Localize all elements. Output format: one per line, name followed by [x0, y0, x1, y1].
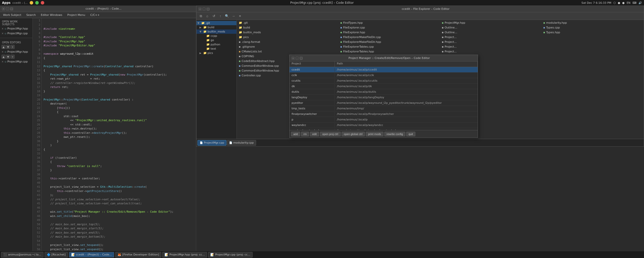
taskbar-firefox[interactable]: 🦊 [Firefox Developer Edition] — [115, 252, 162, 257]
ed-item-1[interactable]: × ▫ ProjectMgr.hpp — [0, 49, 32, 54]
win-minimize[interactable]: – — [30, 1, 33, 5]
tree-item-ccpp[interactable]: 📁 ccpp — [196, 34, 236, 38]
ed-nav-up-2[interactable]: ▲ — [2, 55, 6, 59]
menu-project-menu[interactable]: Project Menu — [66, 13, 86, 17]
file-types-cpp[interactable]: ▪Types.cpp — [542, 25, 643, 30]
menu-work-subject[interactable]: Work Subject — [2, 13, 22, 17]
pm-btn-rewrite-config[interactable]: rewrite config — [384, 132, 405, 136]
fe-btn-refresh[interactable]: ↺ — [211, 13, 217, 19]
fe-btn-search[interactable]: 🔍 — [224, 13, 230, 19]
file-clang[interactable]: ▪.clang-format — [237, 40, 339, 44]
fe-win-close[interactable]: × — [198, 8, 202, 11]
pm-row-wayland-proto[interactable]: wayland_proto_docker /home/animus/.local… — [290, 128, 478, 130]
left-win-close[interactable]: × — [2, 7, 5, 10]
pm-btn-edit[interactable]: edit — [310, 132, 319, 136]
ed-close-1[interactable]: × — [2, 50, 4, 53]
file-builtin-mods[interactable]: 📁builtin_mods — [237, 30, 339, 35]
file-proj2[interactable]: ▪Project... — [440, 40, 542, 44]
pm-row-langdeploy[interactable]: langDeploy /home/animus/.local/p/langDep… — [290, 95, 478, 100]
file-build[interactable]: 📁build — [237, 25, 339, 30]
file-modularity[interactable]: ▪modularity.hpp — [542, 20, 643, 25]
menu-cpp[interactable]: C/C++ — [89, 13, 101, 17]
taskbar-pmhpp[interactable]: 📝 ProjectMgr.hpp (proj: cc... — [162, 252, 207, 257]
file-proj1[interactable]: ▪Project... — [440, 35, 542, 40]
ed-nav-down-2[interactable]: ▼ — [6, 55, 10, 59]
pm-row-ccutils[interactable]: ccutils /home/animus/.local/p/ccutils — [290, 78, 478, 84]
left-win-maximize[interactable]: □ — [10, 7, 13, 10]
tree-item-git[interactable]: ▼ 📁 .git — [196, 21, 236, 25]
file-git[interactable]: 📁.git — [237, 20, 339, 25]
pm-row-dk[interactable]: dk /home/animus/.local/p/dk — [290, 84, 478, 89]
pm-row-tmp[interactable]: tmp_tests /home/animus/tmp/ — [290, 106, 478, 111]
file-proj4[interactable]: ▪Project... — [440, 49, 542, 54]
menu-editor-windows[interactable]: Editor Windows — [40, 13, 63, 17]
tree-item-python[interactable]: 📁 python — [196, 42, 236, 47]
ed-item-2[interactable]: × ▫ ProjectMgr.cpp — [0, 59, 32, 64]
menu-search[interactable]: Search — [25, 13, 37, 17]
ed-close-2[interactable]: × — [2, 60, 4, 63]
tree-item-builtin[interactable]: ▼ 📁 builtin_mods — [196, 29, 236, 34]
pm-row-waylandcc[interactable]: waylandcc /home/animus/.local/p/waylandc… — [290, 122, 478, 128]
pm-btn-add[interactable]: add — [291, 132, 300, 136]
pm-btn-print-mods[interactable]: print mods — [366, 132, 383, 136]
pm-btn-open-global-ctrl[interactable]: open global ctrl — [342, 132, 365, 136]
pm-row-dutils[interactable]: dutils /home/animus/.local/p/dutils — [290, 89, 478, 95]
file-femfd-cpp[interactable]: ▪FileExplorerMakeFileDir.cpp — [339, 35, 440, 40]
file-fet-cpp[interactable]: ▪FileExplorerTables.cpp — [339, 44, 440, 49]
pm-win-close[interactable]: × — [292, 57, 295, 60]
fe-btn-up[interactable]: ↑ — [218, 13, 223, 19]
code-editor[interactable]: 12345 678910 1112131415 1617181920 21222… — [33, 18, 196, 258]
file-outline1[interactable]: ▪Outline... — [440, 25, 542, 30]
file-fileexplorer-cpp[interactable]: ▪FileExplorer.cpp — [339, 25, 440, 30]
win-maximize[interactable]: □ — [35, 1, 39, 5]
ed-nav-down-1[interactable]: ▼ — [6, 45, 10, 49]
tree-item-text[interactable]: 📁 text — [196, 47, 236, 51]
file-outline2[interactable]: ▪Outline... — [440, 30, 542, 35]
ws-item-2[interactable]: × ▫ ProjectMgr.cpp — [0, 31, 32, 36]
file-cmake[interactable]: ▪CMakeLists.txt — [237, 49, 339, 54]
file-gitignore[interactable]: ▪.gitignore — [237, 44, 339, 49]
ws-item-1[interactable]: × ▫ ProjectMgr.hpp — [0, 26, 32, 31]
file-fileexplorer-hpp[interactable]: ▪FileExplorer.hpp — [339, 30, 440, 35]
code-text[interactable]: #include <iostream> #include "Controller… — [42, 18, 196, 258]
file-types-hpp[interactable]: ▪Types.hpp — [542, 30, 643, 35]
ed-nav-up-1[interactable]: ▲ — [2, 45, 6, 49]
ws-close-1[interactable]: × — [2, 27, 4, 30]
taskbar-terminal[interactable]: ⬛ animus@animus:~/.lo... — [1, 252, 44, 257]
ws-close-2[interactable]: × — [2, 32, 4, 35]
tree-item-go[interactable]: 📁 go — [196, 38, 236, 42]
fe-btn-settings[interactable]: ≡ — [237, 13, 243, 19]
win-close-left[interactable]: × — [41, 1, 44, 5]
pm-row-cclk[interactable]: cclk /home/animus/.local/p/cclk — [290, 73, 478, 78]
apps-button[interactable]: Apps — [2, 1, 11, 5]
taskbar-pmcpp[interactable]: 📝 ProjectMgr.cpp (proj: cc... — [208, 252, 253, 257]
fe-btn-home[interactable]: ⌂ — [205, 13, 210, 19]
tab-projectmgr-cpp[interactable]: 📄 ProjectMgr.cpp — [197, 140, 226, 146]
pm-btn-quit[interactable]: quit — [406, 132, 415, 136]
pm-row-pyeditor[interactable]: pyeditor /home/animus/.local/p/wayround_… — [290, 100, 478, 106]
taskbar-ricochet[interactable]: 🔷 [Ricochet] — [45, 252, 68, 257]
file-findtypes[interactable]: ▪FindTypes.hpp — [339, 20, 440, 25]
tree-item-build[interactable]: ▶ 📁 build — [196, 25, 236, 29]
pm-btn-rm[interactable]: rm — [301, 132, 309, 136]
pm-row-finalproxy[interactable]: finalproxyswitcher /home/animus/.local/p… — [290, 111, 478, 117]
file-projectmgr-hpp[interactable]: ▪ProjectMgr.hpp — [440, 20, 542, 25]
fe-btn-copy[interactable]: ⧉ — [198, 13, 204, 19]
file-proj3[interactable]: ▪Project... — [440, 44, 542, 49]
pm-row-p[interactable]: p /home/animus/.local/p — [290, 117, 478, 122]
tree-item-pics[interactable]: ▶ 📁 pics — [196, 51, 236, 55]
ed-nav-add-2[interactable]: + — [11, 55, 15, 59]
file-femfd-hpp[interactable]: ▪FileExplorerMakeFileDir.hpp — [339, 40, 440, 44]
tab-modularity-cpp[interactable]: 📄 modularity.cpp — [227, 140, 256, 146]
pm-win-minimize[interactable]: – — [296, 57, 299, 60]
file-pics[interactable]: 📁pics — [237, 35, 339, 40]
left-win-minimize[interactable]: – — [6, 7, 9, 10]
pm-btn-open-proj-ctrl[interactable]: open proj ctrl — [320, 132, 341, 136]
fe-win-maximize[interactable]: □ — [207, 8, 210, 11]
fe-btn-next[interactable]: → — [231, 13, 236, 19]
fe-win-minimize[interactable]: – — [203, 8, 206, 11]
taskbar-ccedit[interactable]: 📝 ccedit – (Project) – Code... — [69, 252, 114, 257]
pm-row-ccedit[interactable]: ccedit /home/animus/.local/p/ccedit — [290, 67, 478, 73]
ed-nav-add-1[interactable]: + — [11, 45, 15, 49]
pm-win-maximize[interactable]: □ — [300, 57, 303, 60]
